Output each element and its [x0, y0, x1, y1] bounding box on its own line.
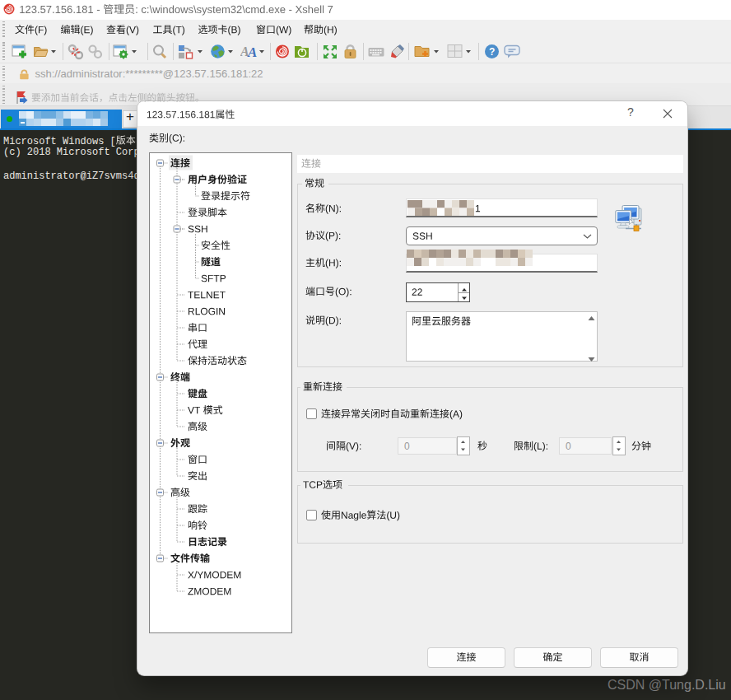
svg-text:?: ?	[489, 46, 495, 58]
svg-text:A: A	[247, 44, 257, 60]
